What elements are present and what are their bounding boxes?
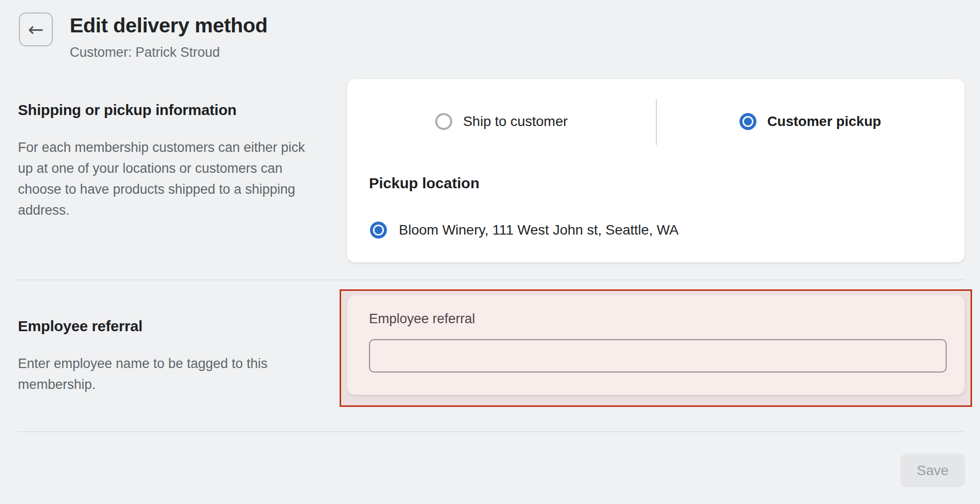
radio-option-label: Customer pickup [767,114,881,129]
annotation-highlight-box: Employee referral [340,289,972,407]
referral-section-heading: Employee referral [18,318,312,335]
employee-referral-card: Employee referral [347,295,965,395]
section-divider [18,279,964,280]
radio-option-pickup-location[interactable]: Bloom Winery, 111 West John st, Seattle,… [370,222,679,239]
back-button[interactable]: ← [19,12,53,46]
back-arrow-icon: ← [28,20,44,39]
pickup-location-label: Bloom Winery, 111 West John st, Seattle,… [399,222,679,238]
radio-option-ship-to-customer[interactable]: Ship to customer [347,113,656,130]
footer-divider [18,431,964,432]
pickup-location-heading: Pickup location [369,175,480,192]
employee-referral-input[interactable] [369,339,947,373]
referral-column: Employee referral Enter employee name to… [18,318,312,395]
page-title: Edit delivery method [70,14,267,37]
radio-option-label: Ship to customer [463,114,568,129]
employee-referral-field-label: Employee referral [369,311,475,327]
save-button[interactable]: Save [900,454,965,487]
shipping-section-description: For each membership customers can either… [18,137,312,221]
shipping-info-column: Shipping or pickup information For each … [18,102,312,221]
radio-unselected-icon[interactable] [435,113,452,130]
shipping-section-heading: Shipping or pickup information [18,102,312,119]
radio-option-customer-pickup[interactable]: Customer pickup [656,113,965,130]
vertical-divider [656,99,657,145]
page-subtitle: Customer: Patrick Stroud [70,45,220,60]
delivery-option-row: Ship to customer Customer pickup [347,79,965,164]
delivery-method-card: Ship to customer Customer pickup Pickup … [347,79,965,262]
radio-selected-icon[interactable] [370,222,387,239]
radio-selected-icon[interactable] [739,113,756,130]
referral-section-description: Enter employee name to be tagged to this… [18,353,312,395]
